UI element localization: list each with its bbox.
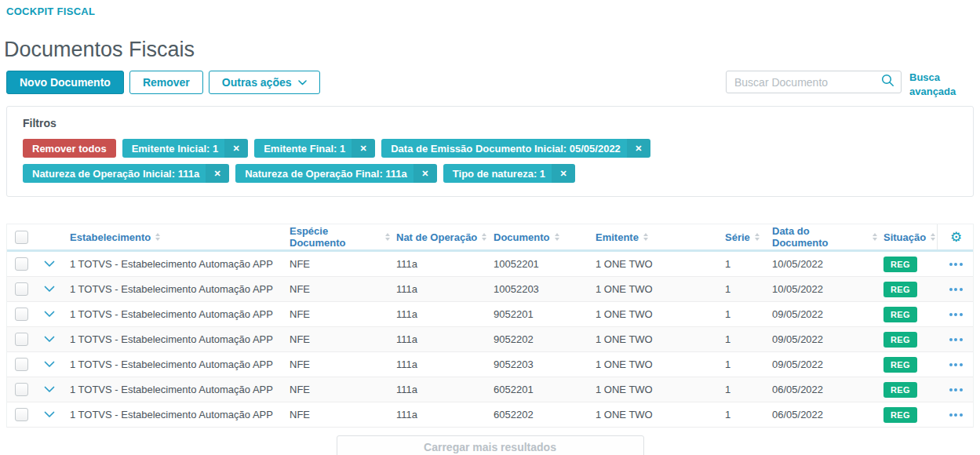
row-checkbox[interactable] bbox=[15, 282, 28, 296]
cell-estabelecimento: 1 TOTVS - Estabelecimento Automação APP bbox=[64, 359, 283, 370]
select-all-cell bbox=[7, 231, 35, 244]
toolbar-search-area: Busca avançada bbox=[726, 71, 974, 99]
cell-nat-de-operacao: 111a bbox=[390, 308, 487, 320]
column-header-emitente[interactable]: Emitente bbox=[589, 231, 719, 243]
column-header-situacao[interactable]: Situação bbox=[877, 231, 937, 243]
filters-panel: Filtros Remover todos Emitente Inicial: … bbox=[6, 106, 974, 197]
column-header-serie[interactable]: Série bbox=[719, 231, 766, 243]
cell-estabelecimento: 1 TOTVS - Estabelecimento Automação APP bbox=[64, 384, 283, 395]
row-select-cell bbox=[7, 408, 35, 421]
more-actions-button[interactable]: Outras ações bbox=[209, 71, 320, 94]
new-document-button[interactable]: Novo Documento bbox=[6, 71, 124, 94]
row-checkbox[interactable] bbox=[15, 257, 28, 271]
cell-serie: 1 bbox=[719, 384, 766, 395]
cell-data-do-documento: 09/05/2022 bbox=[766, 333, 877, 345]
cell-estabelecimento: 1 TOTVS - Estabelecimento Automação APP bbox=[64, 283, 283, 295]
search-input[interactable] bbox=[734, 76, 881, 89]
row-checkbox[interactable] bbox=[15, 408, 28, 421]
row-checkbox[interactable] bbox=[15, 383, 28, 396]
filter-chip[interactable]: Natureza de Operação Inicial: 111a ✕ bbox=[23, 164, 229, 183]
cell-nat-de-operacao: 111a bbox=[390, 359, 487, 370]
filter-chip[interactable]: Emitente Inicial: 1 ✕ bbox=[122, 139, 249, 158]
gear-icon: ⚙ bbox=[950, 231, 962, 244]
toolbar-actions: Novo Documento Remover Outras ações bbox=[6, 71, 320, 94]
cell-situacao: REG bbox=[877, 282, 937, 297]
cell-data-do-documento: 09/05/2022 bbox=[766, 308, 877, 320]
row-expand-button[interactable] bbox=[35, 336, 64, 343]
row-actions-button[interactable] bbox=[937, 338, 975, 341]
chip-close-icon[interactable]: ✕ bbox=[413, 164, 437, 183]
status-badge: REG bbox=[883, 332, 917, 348]
cell-documento: 6052201 bbox=[487, 384, 589, 395]
column-header-estabelecimento[interactable]: Estabelecimento bbox=[64, 231, 283, 243]
cell-documento: 9052201 bbox=[487, 308, 589, 320]
row-actions-button[interactable] bbox=[937, 413, 975, 417]
cell-documento: 10052201 bbox=[487, 258, 589, 270]
table-row: 1 TOTVS - Estabelecimento Automação APP … bbox=[7, 352, 973, 377]
filter-chips: Remover todos Emitente Inicial: 1 ✕ Emit… bbox=[23, 139, 776, 183]
table-row: 1 TOTVS - Estabelecimento Automação APP … bbox=[7, 302, 973, 327]
chip-close-icon[interactable]: ✕ bbox=[352, 139, 375, 158]
column-header-nat-de-operacao[interactable]: Nat de Operação bbox=[390, 231, 487, 243]
row-checkbox[interactable] bbox=[15, 308, 28, 321]
sort-icon bbox=[155, 233, 160, 241]
row-expand-button[interactable] bbox=[35, 286, 64, 293]
column-header-especie-documento[interactable]: Espécie Documento bbox=[283, 225, 390, 249]
cell-nat-de-operacao: 111a bbox=[390, 409, 487, 420]
row-actions-button[interactable] bbox=[937, 263, 975, 266]
cell-documento: 10052203 bbox=[487, 283, 589, 295]
filter-chip[interactable]: Tipo de natureza: 1 ✕ bbox=[443, 164, 575, 183]
cell-situacao: REG bbox=[877, 357, 937, 373]
row-checkbox[interactable] bbox=[15, 358, 28, 371]
advanced-search-link[interactable]: Busca avançada bbox=[909, 71, 960, 99]
cell-emitente: 1 ONE TWO bbox=[589, 409, 719, 420]
filter-chip-label: Emitente Inicial: 1 bbox=[132, 143, 219, 155]
chevron-down-icon bbox=[298, 80, 307, 86]
row-expand-button[interactable] bbox=[35, 386, 64, 393]
search-icon[interactable] bbox=[881, 74, 894, 90]
page-title: Documentos Fiscais bbox=[4, 38, 974, 62]
cell-serie: 1 bbox=[719, 333, 766, 345]
row-actions-button[interactable] bbox=[937, 313, 975, 316]
remove-all-filters-button[interactable]: Remover todos bbox=[23, 139, 116, 158]
sort-icon bbox=[643, 233, 648, 241]
row-expand-button[interactable] bbox=[35, 411, 64, 418]
filter-chip-label: Data de Emissão Documento Inicial: 05/05… bbox=[391, 143, 621, 155]
cell-serie: 1 bbox=[719, 409, 766, 420]
table-settings-button[interactable]: ⚙ bbox=[937, 224, 975, 249]
select-all-checkbox[interactable] bbox=[15, 231, 28, 244]
documents-table: Estabelecimento Espécie Documento Nat de… bbox=[6, 224, 974, 428]
load-more-button[interactable]: Carregar mais resultados bbox=[337, 435, 644, 455]
cell-emitente: 1 ONE TWO bbox=[589, 333, 719, 345]
more-actions-label: Outras ações bbox=[222, 76, 292, 89]
remove-button[interactable]: Remover bbox=[129, 71, 203, 94]
chip-close-icon[interactable]: ✕ bbox=[552, 164, 575, 183]
row-expand-button[interactable] bbox=[35, 361, 64, 368]
status-badge: REG bbox=[883, 357, 917, 373]
row-expand-button[interactable] bbox=[35, 311, 64, 318]
column-header-data-do-documento[interactable]: Data do Documento bbox=[766, 225, 877, 249]
chip-close-icon[interactable]: ✕ bbox=[627, 139, 650, 158]
row-select-cell bbox=[7, 308, 35, 321]
cell-emitente: 1 ONE TWO bbox=[589, 283, 719, 295]
filter-chip[interactable]: Emitente Final: 1 ✕ bbox=[254, 139, 375, 158]
filter-chip-label: Tipo de natureza: 1 bbox=[453, 168, 545, 180]
filter-chip[interactable]: Data de Emissão Documento Inicial: 05/05… bbox=[381, 139, 650, 158]
chip-close-icon[interactable]: ✕ bbox=[206, 164, 229, 183]
row-actions-button[interactable] bbox=[937, 388, 975, 391]
column-header-documento[interactable]: Documento bbox=[487, 231, 589, 243]
cell-estabelecimento: 1 TOTVS - Estabelecimento Automação APP bbox=[64, 308, 283, 320]
row-expand-button[interactable] bbox=[35, 260, 64, 268]
cell-serie: 1 bbox=[719, 283, 766, 295]
row-actions-button[interactable] bbox=[937, 288, 975, 291]
cockpit-fiscal-page: COCKPIT FISCAL Documentos Fiscais Novo D… bbox=[0, 0, 980, 455]
row-checkbox[interactable] bbox=[15, 333, 28, 346]
cell-emitente: 1 ONE TWO bbox=[589, 384, 719, 395]
chip-close-icon[interactable]: ✕ bbox=[224, 139, 248, 158]
cell-serie: 1 bbox=[719, 308, 766, 320]
filter-chip[interactable]: Natureza de Operação Final: 111a ✕ bbox=[235, 164, 437, 183]
toolbar: Novo Documento Remover Outras ações Busc… bbox=[6, 71, 974, 99]
cell-situacao: REG bbox=[877, 332, 937, 348]
breadcrumb[interactable]: COCKPIT FISCAL bbox=[6, 5, 974, 17]
row-actions-button[interactable] bbox=[937, 363, 975, 366]
